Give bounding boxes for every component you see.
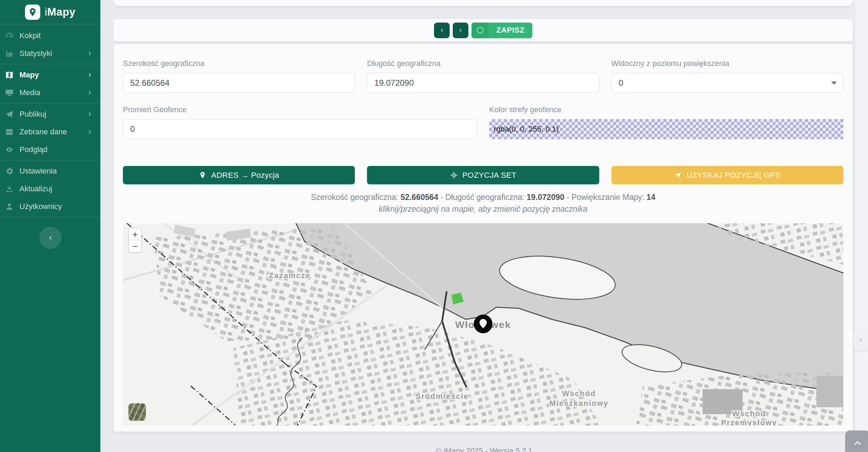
geofence-color-field[interactable]: rgba(0, 0, 255, 0.1)	[489, 119, 843, 139]
sidebar-item-ustawienia[interactable]: Ustawienia	[0, 162, 100, 180]
sidebar-divider	[0, 160, 100, 160]
map-zoom-out-button[interactable]: −	[129, 240, 141, 252]
sidebar-item-mapy[interactable]: Mapy	[0, 66, 100, 84]
gauge-icon	[5, 31, 14, 40]
map-hint: kliknij/przeciągnij na mapie, aby zmieni…	[123, 204, 843, 214]
map-pin-logo-icon	[25, 5, 40, 20]
previous-record-button[interactable]	[434, 23, 450, 38]
chevron-left-icon	[47, 234, 54, 242]
sidebar-item-label: Publikuj	[19, 110, 46, 119]
chevron-right-icon	[86, 111, 93, 118]
address-to-position-label: ADRES → Pozycja	[211, 171, 279, 180]
position-marker[interactable]	[474, 315, 493, 333]
main-content: ZAPISZ Szerokość geograficzna Długość ge…	[100, 0, 868, 452]
sidebar-item-label: Aktualizuj	[19, 184, 52, 193]
gear-icon	[5, 167, 14, 176]
sidebar-item-podglad[interactable]: Podgląd	[0, 141, 100, 158]
map-editor-card: Szerokość geograficzna Długość geografic…	[114, 44, 853, 432]
coordinates-status: Szerokość geograficzna: 52.660564 - Dług…	[123, 193, 843, 202]
footer-copyright: © iMapy 2025 - Wersja 5.2.1	[100, 446, 868, 452]
geofence-color-label: Kolor strefy geofence	[489, 105, 843, 114]
select-caret-icon	[831, 82, 837, 85]
status-lng-value: 19.072090	[527, 193, 565, 202]
chart-icon	[5, 49, 14, 58]
map-label-zazamcze: Zazamcze	[269, 271, 311, 280]
monitor-icon	[5, 88, 14, 97]
download-icon	[5, 184, 14, 193]
map-label-wschod-mieszkaniowy-2: Mieszkaniowy	[549, 399, 609, 408]
circle-status-icon	[471, 23, 489, 38]
sidebar-item-label: Użytkownicy	[19, 202, 62, 211]
min-zoom-label: Widoczny z poziomu powiększenia	[611, 59, 843, 68]
sidebar-item-aktualizuj[interactable]: Aktualizuj	[0, 180, 100, 198]
map-pin-icon	[199, 171, 207, 179]
map-tiles: Zazamcze Włocławek Śródmieście Wschód Mi…	[123, 223, 843, 426]
map-label-wschod-przemyslowy-1: Wschód	[732, 409, 766, 418]
latitude-input[interactable]	[123, 73, 355, 93]
map-icon	[5, 70, 14, 79]
save-button[interactable]: ZAPISZ	[471, 23, 532, 38]
address-to-position-button[interactable]: ADRES → Pozycja	[123, 166, 355, 184]
navigation-arrow-icon	[674, 171, 682, 179]
geofence-radius-label: Promień Geofence	[123, 105, 477, 114]
min-zoom-selected-value: 0	[619, 78, 623, 88]
sidebar-item-media[interactable]: Media	[0, 84, 100, 101]
sidebar-item-label: Media	[19, 88, 40, 97]
chevron-right-icon	[457, 27, 464, 34]
sidebar: iMapy Kokpit Statystyki Mapy Media Publi…	[0, 0, 100, 452]
geofence-radius-input[interactable]	[123, 119, 477, 139]
record-toolbar: ZAPISZ	[114, 19, 853, 41]
sidebar-nav: Kokpit Statystyki Mapy Media Publikuj Ze…	[0, 24, 100, 249]
map-canvas[interactable]: Zazamcze Włocławek Śródmieście Wschód Mi…	[123, 223, 843, 426]
chevron-right-icon	[86, 72, 93, 78]
sidebar-item-publikuj[interactable]: Publikuj	[0, 105, 100, 123]
app-title: iMapy	[45, 6, 76, 18]
sidebar-item-label: Ustawienia	[19, 167, 57, 176]
sidebar-item-label: Kokpit	[19, 31, 41, 40]
next-record-button[interactable]	[453, 23, 468, 38]
geofence-color-value: rgba(0, 0, 255, 0.1)	[489, 125, 559, 134]
map-label-wschod-mieszkaniowy-1: Wschód	[562, 389, 596, 398]
chevron-up-icon	[852, 438, 863, 448]
user-icon	[5, 202, 14, 211]
scroll-to-top-button[interactable]	[845, 430, 868, 452]
get-gps-position-label: UZYSKAJ POZYCJĘ GPS	[686, 171, 781, 180]
status-lat-value: 52.660564	[401, 193, 439, 202]
crosshair-icon	[450, 171, 458, 179]
map-label-srodmiescie: Śródmieście	[416, 392, 469, 401]
chevron-right-icon	[86, 128, 93, 135]
save-button-label: ZAPISZ	[489, 23, 532, 38]
sidebar-item-label: Mapy	[19, 70, 39, 79]
database-icon	[5, 127, 14, 136]
map-layer-switcher[interactable]	[128, 403, 147, 421]
status-zoom-value: 14	[646, 193, 656, 202]
get-gps-position-button[interactable]: UZYSKAJ POZYCJĘ GPS	[611, 166, 843, 184]
sidebar-collapse-button[interactable]	[39, 227, 61, 249]
sidebar-divider	[0, 64, 100, 64]
latitude-label: Szerokość geograficzna	[123, 59, 355, 68]
longitude-label: Długość geograficzna	[367, 59, 599, 68]
chevron-left-icon	[439, 27, 445, 34]
sidebar-item-uzytkownicy[interactable]: Użytkownicy	[0, 198, 100, 215]
sidebar-item-statystyki[interactable]: Statystyki	[0, 44, 100, 62]
longitude-input[interactable]	[367, 73, 599, 93]
position-set-label: POZYCJA SET	[462, 171, 517, 180]
app-logo[interactable]: iMapy	[0, 0, 100, 24]
chevron-right-icon	[86, 50, 93, 57]
sidebar-item-kokpit[interactable]: Kokpit	[0, 27, 100, 44]
right-panel-toggle[interactable]	[853, 329, 868, 351]
sidebar-divider	[0, 103, 100, 103]
position-set-button[interactable]: POZYCJA SET	[367, 166, 599, 184]
min-zoom-select[interactable]: 0	[611, 73, 843, 93]
sidebar-divider	[0, 217, 100, 217]
sidebar-item-zebrane-dane[interactable]: Zebrane dane	[0, 123, 100, 141]
chevron-right-icon	[858, 337, 863, 343]
map-zoom-control: + −	[128, 228, 142, 252]
previous-card-edge	[114, 0, 853, 6]
scrollbar-track[interactable]	[856, 0, 868, 452]
send-icon	[5, 110, 14, 119]
map-zoom-in-button[interactable]: +	[129, 228, 141, 240]
sidebar-item-label: Zebrane dane	[19, 127, 67, 136]
map-label-wschod-przemyslowy-2: Przemysłowy	[721, 418, 777, 426]
eye-icon	[5, 145, 14, 154]
